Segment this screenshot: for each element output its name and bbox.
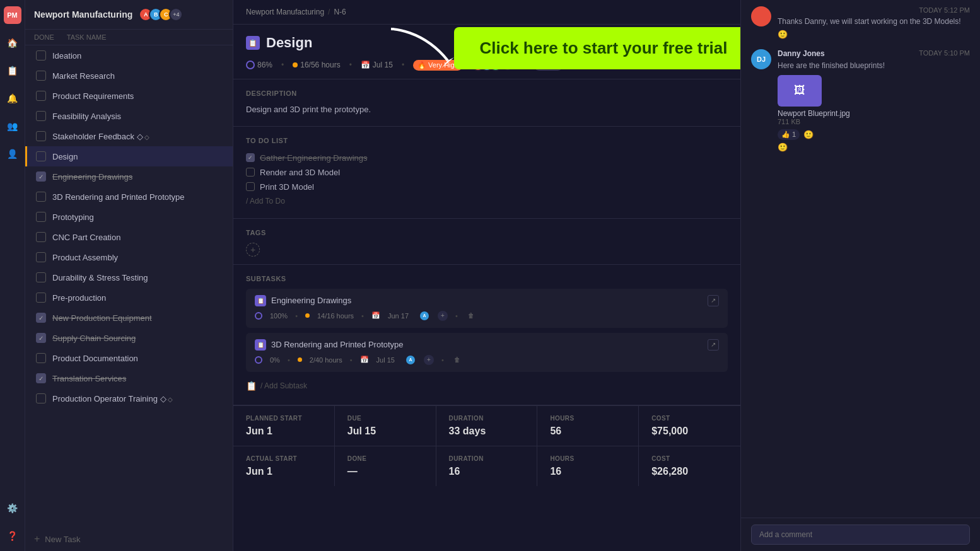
todo-list: Gather Engineering DrawingsRender and 3D… <box>246 151 728 194</box>
task-item[interactable]: Production Operator Training ◇ <box>25 388 233 409</box>
add-todo-label: / Add To Do <box>246 197 285 206</box>
task-checkbox[interactable] <box>36 151 46 161</box>
todo-section: TO DO LIST Gather Engineering DrawingsRe… <box>233 127 740 219</box>
task-list-header: DONE TASK NAME <box>25 30 233 45</box>
task-item[interactable]: Prototyping <box>25 207 233 227</box>
add-todo-btn[interactable]: / Add To Do <box>246 194 728 208</box>
add-task-plus-icon: + <box>34 533 40 545</box>
task-item[interactable]: Product Requirements <box>25 86 233 106</box>
task-checkbox[interactable] <box>36 232 46 242</box>
task-checkbox[interactable] <box>36 272 46 282</box>
settings-icon[interactable]: ⚙️ <box>4 499 21 517</box>
task-checkbox[interactable] <box>36 252 46 262</box>
task-item[interactable]: Feasibility Analysis <box>25 106 233 126</box>
task-item[interactable]: Product Assembly <box>25 247 233 267</box>
reaction-emoji: 👍 <box>781 130 790 139</box>
subtask-due: Jul 15 <box>376 356 395 364</box>
meta-sep1: • <box>281 61 284 69</box>
comment-text: Thanks Danny, we will start working on t… <box>778 16 970 27</box>
task-panel: Newport Manufacturing A B C +4 DONE TASK… <box>25 0 233 551</box>
add-subtask-assignee[interactable]: + <box>424 355 434 365</box>
notifications-icon[interactable]: 🔔 <box>4 90 21 107</box>
task-checkbox[interactable] <box>36 333 46 343</box>
task-checkbox[interactable] <box>36 50 46 61</box>
task-name-col-header: TASK NAME <box>67 33 107 41</box>
task-item[interactable]: 3D Rendering and Printed Prototype <box>25 187 233 207</box>
add-subtask-assignee[interactable]: + <box>438 311 448 321</box>
tasks-icon[interactable]: 📋 <box>4 62 21 79</box>
planned-start-value: Jun 1 <box>246 426 322 437</box>
task-checkbox[interactable] <box>36 71 46 81</box>
trial-button[interactable]: Click here to start your free trial <box>454 27 740 69</box>
task-item[interactable]: Product Documentation <box>25 348 233 368</box>
add-subtask-btn[interactable]: 📋 / Add Subtask <box>246 377 728 395</box>
subtask-link-btn[interactable]: ↗ <box>708 295 719 306</box>
task-checkbox[interactable] <box>36 393 46 403</box>
task-checkbox[interactable] <box>36 171 46 182</box>
due-value: Jul 15 <box>347 426 423 437</box>
todo-checkbox[interactable] <box>246 153 255 162</box>
progress-pct: 86% <box>257 61 272 69</box>
comment-emoji-btn[interactable]: 🙂 <box>778 142 970 152</box>
project-title: Newport Manufacturing <box>34 9 132 20</box>
task-item[interactable]: Design <box>25 146 233 166</box>
task-checkbox[interactable] <box>36 313 46 323</box>
task-item[interactable]: Stakeholder Feedback ◇ <box>25 126 233 146</box>
comment-emoji-btn[interactable]: 🙂 <box>778 30 970 39</box>
task-name-label: Translation Services <box>52 374 126 383</box>
task-checkbox[interactable] <box>36 192 46 202</box>
subtask-delete-btn[interactable]: 🗑 <box>465 310 477 322</box>
subtask-link-btn[interactable]: ↗ <box>708 339 719 351</box>
task-name-label: Engineering Drawings <box>52 172 132 182</box>
todo-checkbox[interactable] <box>246 182 255 191</box>
breadcrumb-sep: / <box>328 8 330 16</box>
task-name-label: Product Documentation <box>52 354 138 363</box>
task-item[interactable]: Translation Services <box>25 368 233 388</box>
task-checkbox[interactable] <box>36 131 46 141</box>
task-name-label: CNC Part Creation <box>52 233 120 242</box>
task-checkbox[interactable] <box>36 212 46 222</box>
task-item[interactable]: Durability & Stress Testing <box>25 267 233 287</box>
breadcrumb-project[interactable]: Newport Manufacturing <box>246 8 324 16</box>
task-item[interactable]: New Production Equipment <box>25 308 233 328</box>
tags-add-btn[interactable]: + <box>246 243 260 257</box>
task-checkbox[interactable] <box>36 373 46 383</box>
trial-banner-content: Click here to start your free trial <box>385 23 740 73</box>
hours-stat-value: 56 <box>550 426 626 437</box>
task-item[interactable]: Supply Chain Sourcing <box>25 328 233 348</box>
task-item[interactable]: Market Research <box>25 66 233 86</box>
task-item[interactable]: Pre-production <box>25 287 233 308</box>
actual-hours-label: HOURS <box>550 455 626 462</box>
app-logo[interactable]: PM <box>4 6 21 24</box>
task-item[interactable]: Engineering Drawings <box>25 166 233 187</box>
actual-cost-value: $26,280 <box>651 466 728 477</box>
comment-item: TODAY 5:12 PM Thanks Danny, we will star… <box>751 6 970 39</box>
comment-area: TODAY 5:12 PM Thanks Danny, we will star… <box>741 0 980 518</box>
reaction-count[interactable]: 👍 1 <box>778 129 800 140</box>
breadcrumb: Newport Manufacturing / N-6 <box>233 0 740 25</box>
help-icon[interactable]: ❓ <box>4 527 21 545</box>
profile-icon[interactable]: 👤 <box>4 145 21 163</box>
hours-display: 16/56 hours <box>300 61 340 69</box>
team-icon[interactable]: 👥 <box>4 117 21 135</box>
todo-item: Gather Engineering Drawings <box>246 151 728 165</box>
task-checkbox[interactable] <box>36 293 46 303</box>
emoji-add-btn[interactable]: 🙂 <box>803 130 814 139</box>
task-item[interactable]: Ideation <box>25 45 233 66</box>
due-cell: DUE Jul 15 <box>335 406 436 446</box>
home-icon[interactable]: 🏠 <box>4 34 21 52</box>
cost-value: $75,000 <box>651 426 728 437</box>
task-checkbox[interactable] <box>36 353 46 363</box>
subtask-delete-btn[interactable]: 🗑 <box>452 354 463 366</box>
task-checkbox[interactable] <box>36 91 46 101</box>
tags-section: TAGS + <box>233 219 740 265</box>
task-checkbox[interactable] <box>36 111 46 121</box>
todo-item: Render and 3D Model <box>246 165 728 180</box>
comment-input[interactable] <box>751 525 970 545</box>
task-item[interactable]: CNC Part Creation <box>25 227 233 247</box>
task-panel-header: Newport Manufacturing A B C +4 <box>25 0 233 30</box>
actual-hours-cell: HOURS 16 <box>537 446 639 486</box>
add-task-btn[interactable]: + New Task <box>25 527 233 551</box>
todo-checkbox[interactable] <box>246 168 255 177</box>
subtask-due: Jun 17 <box>388 312 409 320</box>
